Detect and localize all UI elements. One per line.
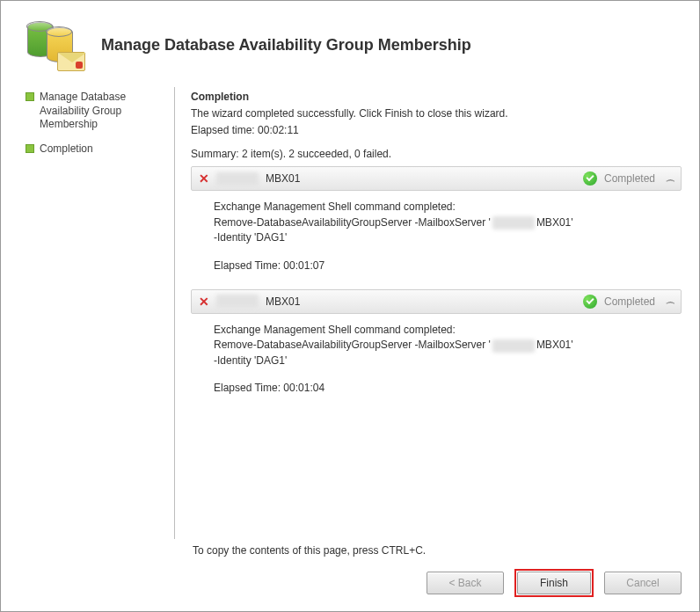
cmd-text: MBX01' (536, 215, 573, 230)
cmd-completed-label: Exchange Management Shell command comple… (214, 323, 669, 338)
result-header[interactable]: ✕ MBX01 Completed ︽ (191, 289, 682, 314)
status-badge: Completed (604, 172, 655, 185)
check-circle-icon (583, 295, 597, 309)
database-mail-icon (22, 18, 82, 71)
cmd-identity: -Identity 'DAG1' (214, 230, 669, 245)
server-name: MBX01 (266, 172, 576, 185)
result-header[interactable]: ✕ MBX01 Completed ︽ (191, 166, 682, 191)
check-circle-icon (583, 171, 597, 186)
redacted-hostname (492, 216, 535, 230)
finish-button[interactable]: Finish (517, 572, 591, 594)
result-item: ✕ MBX01 Completed ︽ Exchange Management … (191, 289, 682, 407)
button-row: Help < Back Finish Cancel (13, 569, 687, 601)
sidebar-step-label: Manage Database Availability Group Membe… (40, 91, 167, 132)
wizard-content: Completion The wizard completed successf… (175, 87, 687, 539)
cancel-button: Cancel (604, 572, 682, 594)
result-item: ✕ MBX01 Completed ︽ Exchange Management … (191, 166, 682, 284)
page-title: Manage Database Availability Group Membe… (101, 36, 471, 55)
cmd-text: MBX01' (536, 338, 573, 353)
result-body: Exchange Management Shell command comple… (191, 314, 682, 407)
copy-hint-text: To copy the contents of this page, press… (193, 544, 682, 557)
cmd-line: Remove-DatabaseAvailabilityGroupServer -… (214, 338, 669, 353)
elapsed-time-total: Elapsed time: 00:02:11 (191, 123, 682, 138)
elapsed-time-item: Elapsed Time: 00:01:04 (214, 381, 669, 396)
server-name: MBX01 (266, 295, 576, 308)
back-button: < Back (427, 572, 504, 594)
chevron-up-icon[interactable]: ︽ (666, 297, 674, 305)
redacted-hostname (492, 339, 535, 353)
wizard-message: The wizard completed successfully. Click… (191, 106, 682, 121)
summary-counts: Summary: 2 item(s). 2 succeeded, 0 faile… (191, 147, 682, 162)
remove-x-icon: ✕ (199, 171, 209, 186)
sidebar-step-label: Completion (40, 142, 93, 157)
results-list: ✕ MBX01 Completed ︽ Exchange Management … (191, 166, 682, 539)
chevron-up-icon[interactable]: ︽ (666, 175, 674, 183)
status-badge: Completed (604, 295, 655, 308)
wizard-footer: To copy the contents of this page, press… (13, 544, 687, 569)
cmd-identity: -Identity 'DAG1' (214, 353, 669, 368)
cmd-text: Remove-DatabaseAvailabilityGroupServer -… (214, 215, 491, 230)
step-marker-icon (26, 92, 34, 101)
sidebar-step-completion: Completion (26, 142, 167, 157)
sidebar-step-manage: Manage Database Availability Group Membe… (26, 91, 167, 132)
wizard-header: Manage Database Availability Group Membe… (13, 11, 687, 87)
wizard-window: Manage Database Availability Group Membe… (0, 0, 700, 612)
completion-heading: Completion (191, 91, 682, 103)
remove-x-icon: ✕ (199, 295, 209, 309)
cmd-completed-label: Exchange Management Shell command comple… (214, 200, 669, 215)
redacted-hostname (216, 295, 259, 308)
finish-highlight: Finish (514, 569, 594, 597)
wizard-steps-sidebar: Manage Database Availability Group Membe… (13, 87, 175, 539)
cmd-text: Remove-DatabaseAvailabilityGroupServer -… (214, 338, 491, 353)
redacted-hostname (216, 172, 259, 186)
result-body: Exchange Management Shell command comple… (191, 191, 682, 284)
elapsed-time-item: Elapsed Time: 00:01:07 (214, 259, 669, 273)
cmd-line: Remove-DatabaseAvailabilityGroupServer -… (214, 215, 669, 230)
step-marker-icon (26, 144, 34, 153)
